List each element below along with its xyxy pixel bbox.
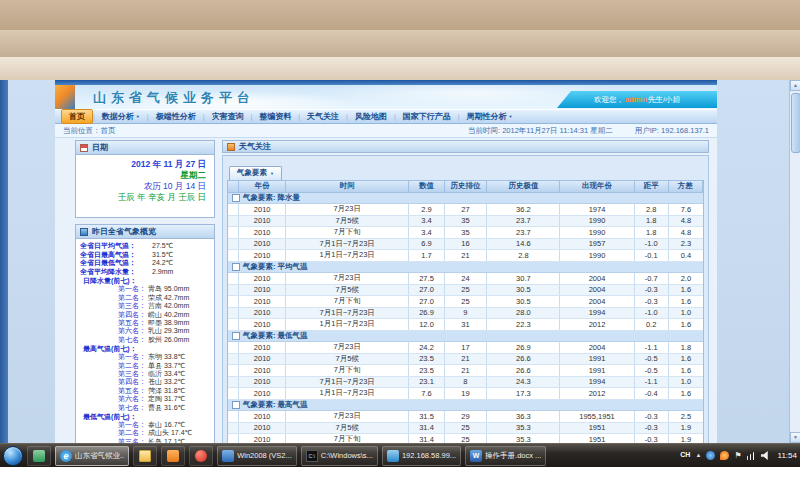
rank-label: 第一名：: [118, 421, 146, 429]
table-cell: -0.3: [635, 423, 669, 434]
rank-value: 东明 33.8℃: [148, 353, 185, 361]
taskbar-window-word[interactable]: 操作手册.docx ...: [465, 446, 546, 466]
table-cell: 7月1日~7月23日: [286, 239, 410, 250]
taskbar-button-media-red[interactable]: [189, 446, 213, 466]
nav-item-7[interactable]: 国家下行产品: [396, 110, 458, 123]
scroll-down-icon[interactable]: ▼: [790, 432, 800, 443]
table-cell: 7月23日: [286, 204, 410, 215]
section-row[interactable]: 气象要素: 平均气温: [228, 262, 703, 274]
rank-value: 苍山 33.2℃: [148, 378, 185, 386]
data-table: 年份时间数值历史排位历史极值出现年份距平方差 气象要素: 降水量20107月23…: [227, 180, 704, 446]
table-cell: 1月1日~7月23日: [286, 319, 410, 330]
vm-icon: [222, 450, 234, 462]
table-row: 20107月1日~7月23日6.91614.61957-1.02.3: [228, 239, 703, 251]
rank-value: 荣成 42.7mm: [148, 294, 189, 302]
table-cell: 2004: [560, 296, 634, 307]
row-select: [228, 273, 239, 284]
stat-value: 2.9mm: [152, 268, 173, 277]
table-cell: 2010: [239, 296, 286, 307]
table-cell: 7月5候: [286, 354, 410, 365]
table-row: 20107月5候31.42535.31951-0.31.9: [228, 423, 703, 435]
table-cell: 26.9: [409, 308, 444, 319]
table-cell: 31: [445, 319, 488, 330]
network-icon[interactable]: [747, 451, 756, 460]
nav-item-3[interactable]: 灾害查询: [204, 110, 250, 123]
column-header: 时间: [286, 181, 410, 192]
scroll-up-icon[interactable]: ▲: [790, 80, 800, 91]
site-banner: 山东省气候业务平台 欢迎您， admin 先生/小姐: [55, 85, 717, 109]
calendar-icon: [80, 144, 88, 152]
table-cell: 2010: [239, 319, 286, 330]
nav-item-6[interactable]: 风险地图: [348, 110, 394, 123]
table-cell: 35: [445, 216, 488, 227]
nav-item-5[interactable]: 天气关注: [300, 110, 346, 123]
section-checkbox[interactable]: [232, 332, 240, 340]
table-cell: -1.1: [635, 342, 669, 353]
table-cell: 2.3: [669, 239, 703, 250]
section-checkbox[interactable]: [232, 194, 240, 202]
taskbar-clock[interactable]: 11:54: [778, 451, 797, 460]
element-selector-button[interactable]: 气象要素 ▼: [229, 166, 282, 180]
taskbar-window-label: Win2008 (VS2...: [237, 451, 292, 460]
volume-icon[interactable]: [761, 451, 770, 460]
group-title: 最高气温(前七)：: [80, 344, 212, 353]
scrollbar-thumb[interactable]: [791, 93, 800, 153]
table-cell: 12.0: [409, 319, 444, 330]
table-cell: 1.8: [669, 342, 703, 353]
show-hidden-icons-icon[interactable]: ▲: [695, 451, 701, 460]
messenger-tray-icon[interactable]: [706, 451, 715, 460]
nav-item-8[interactable]: 周期性分析▼: [460, 110, 520, 123]
table-cell: 1951: [560, 423, 634, 434]
rank-item: 第二名：单县 33.7℃: [80, 362, 212, 370]
rank-value: 莒南 42.0mm: [148, 302, 189, 310]
nav-item-2[interactable]: 极端性分析: [149, 110, 203, 123]
section-label: 气象要素: 最低气温: [243, 331, 308, 341]
taskbar-window-cmd[interactable]: C:\Windows\s...: [301, 446, 378, 466]
lunar-date: 农历 10 月 14 日: [76, 181, 206, 192]
section-row[interactable]: 气象要素: 最低气温: [228, 331, 703, 343]
table-row: 20107月23日27.52430.72004-0.72.0: [228, 273, 703, 285]
page-scrollbar[interactable]: ▲ ▼: [789, 80, 800, 443]
nav-item-0[interactable]: 首页: [61, 109, 93, 124]
table-cell: -1.1: [635, 377, 669, 388]
nav-item-1[interactable]: 数据分析▼: [95, 110, 147, 123]
section-checkbox[interactable]: [232, 263, 240, 271]
taskbar-button-pinned-app[interactable]: [27, 446, 51, 466]
taskbar-window-ie[interactable]: 山东省气候业..: [55, 446, 129, 466]
taskbar-button-media-orange[interactable]: [161, 446, 185, 466]
table-row: 20101月1日~7月23日1.7212.81990-0.10.4: [228, 250, 703, 262]
weekday: 星期二: [76, 170, 206, 181]
table-cell: 2010: [239, 239, 286, 250]
table-cell: 2010: [239, 377, 286, 388]
table-cell: 1.9: [669, 423, 703, 434]
table-cell: 3.4: [409, 216, 444, 227]
rank-value: 泰山 16.7℃: [148, 421, 185, 429]
table-cell: 27: [445, 204, 488, 215]
nav-item-label: 数据分析: [102, 111, 134, 122]
table-cell: 0.2: [635, 319, 669, 330]
table-cell: -0.1: [635, 250, 669, 261]
table-row: 20107月5候23.52126.61991-0.51.6: [228, 354, 703, 366]
user-ip-label: 用户IP: 192.168.137.1: [635, 126, 709, 136]
start-button[interactable]: [3, 446, 23, 466]
action-center-flag-icon[interactable]: ⚑: [734, 451, 741, 460]
app-tray-icon[interactable]: [720, 451, 729, 460]
taskbar-window-vm[interactable]: Win2008 (VS2...: [217, 446, 297, 466]
language-indicator[interactable]: CH: [680, 451, 690, 460]
section-checkbox[interactable]: [232, 401, 240, 409]
table-cell: 22.3: [487, 319, 560, 330]
table-cell: 2010: [239, 285, 286, 296]
welcome-suffix: 先生/小姐: [648, 95, 680, 105]
rank-item: 第四名：苍山 33.2℃: [80, 378, 212, 386]
taskbar-window-rdp[interactable]: 192.168.58.99...: [382, 446, 461, 466]
overview-groups: 日降水量(前七)：第一名：青岛 95.0mm第二名：荣成 42.7mm第三名：莒…: [80, 276, 212, 445]
nav-item-label: 极端性分析: [156, 111, 196, 122]
table-cell: 3.4: [409, 227, 444, 238]
nav-item-4[interactable]: 整编资料: [252, 110, 298, 123]
table-cell: 7.6: [669, 204, 703, 215]
section-row[interactable]: 气象要素: 降水量: [228, 193, 703, 205]
table-cell: 21: [445, 250, 488, 261]
section-row[interactable]: 气象要素: 最高气温: [228, 400, 703, 412]
row-select: [228, 423, 239, 434]
taskbar-button-folder[interactable]: [133, 446, 157, 466]
